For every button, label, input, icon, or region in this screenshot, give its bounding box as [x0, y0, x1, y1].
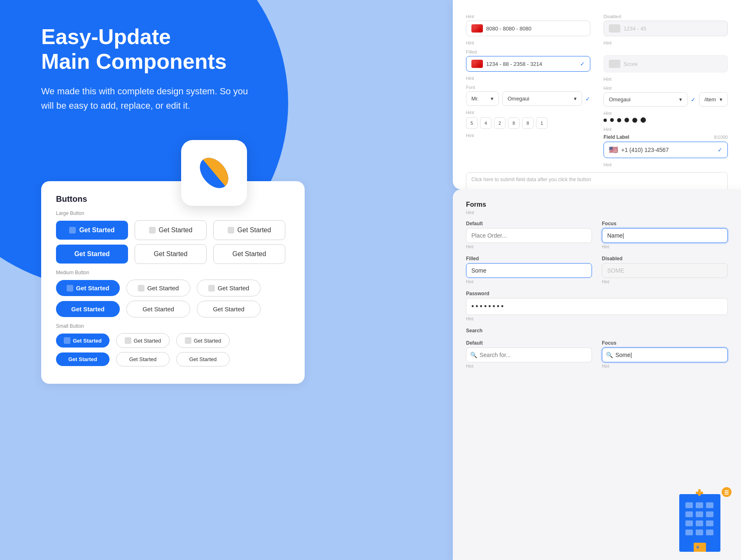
svg-rect-17 — [697, 546, 699, 548]
card-chip-hint — [471, 24, 483, 33]
chevron-down-icon: ▾ — [574, 96, 577, 102]
get-started-outline-medium-icon-2[interactable]: Get Started — [197, 280, 261, 296]
search-section-header: Search — [466, 328, 728, 334]
field-label: Field Label — [604, 134, 629, 140]
char-count: 8/1000 — [714, 135, 728, 140]
get-started-primary-small[interactable]: Get Started — [56, 352, 110, 366]
form-group-default: Default Hint — [466, 221, 592, 249]
unit-select[interactable]: /item ▾ — [699, 92, 728, 107]
get-started-primary-small-icon[interactable]: Get Started — [56, 334, 110, 348]
card-number-hint: 8080 - 8080 - 8080 — [486, 26, 585, 32]
small-button-label: Small Button — [56, 323, 290, 329]
disabled-hint: Hint — [602, 280, 728, 284]
large-button-row-1: Get Started Get Started Get Started — [56, 220, 290, 240]
svg-rect-9 — [706, 511, 713, 517]
capsule-icon-card — [181, 140, 247, 206]
font-right-hint: Hint — [604, 111, 728, 116]
button-icon — [228, 227, 234, 233]
button-icon — [185, 337, 191, 344]
default-input[interactable] — [466, 228, 592, 243]
get-started-outline-medium-2[interactable]: Get Started — [197, 301, 261, 317]
get-started-outline-medium-icon-1[interactable]: Get Started — [126, 280, 190, 296]
font-size-btn-2[interactable]: 2 — [494, 117, 506, 129]
button-icon — [64, 337, 70, 344]
card-number-filled: 1234 - 88 - 2358 - 3214 — [486, 61, 577, 67]
card-number-filled-field[interactable]: 1234 - 88 - 2358 - 3214 ✓ — [466, 56, 590, 72]
search-focus-label: Focus — [602, 340, 728, 346]
large-button-row-2: Get Started Get Started Get Started — [56, 244, 290, 264]
get-started-outline-small-1[interactable]: Get Started — [116, 352, 170, 366]
title-select[interactable]: Mr. ▾ — [466, 91, 499, 106]
font-dots-row — [604, 117, 728, 123]
default-label: Default — [466, 221, 592, 226]
form-group-search-focus: Focus 🔍 Hint — [602, 340, 728, 369]
form-group-password: Password Hint — [466, 291, 728, 321]
font-size-btn-5[interactable]: 5 — [466, 117, 478, 129]
button-icon — [67, 285, 73, 292]
dots-hint: Hint — [604, 127, 728, 132]
medium-button-label: Medium Button — [56, 270, 290, 275]
buttons-panel: Buttons Large Button Get Started Get Sta… — [41, 181, 305, 384]
phone-check-icon: ✓ — [718, 147, 722, 153]
get-started-outline-large-2[interactable]: Get Started — [213, 244, 285, 264]
svg-rect-21 — [725, 490, 729, 491]
font-dot-1 — [604, 119, 607, 122]
font-dot-5 — [632, 118, 637, 123]
filled-label: Filled — [466, 256, 592, 261]
phone-field[interactable]: 🇺🇸 +1 (410) 123-4567 ✓ — [604, 142, 728, 158]
font-family-select[interactable]: Omegaui ▾ — [502, 91, 582, 106]
font-dot-6 — [641, 117, 646, 123]
card-number-disabled: 1234 - 45 — [624, 26, 722, 32]
get-started-outline-small-2[interactable]: Get Started — [176, 352, 230, 366]
hero-description: We made this with complete design system… — [41, 84, 255, 113]
svg-rect-22 — [725, 492, 729, 493]
forms-panel-title: Forms — [466, 201, 728, 208]
font-size-btn-8b[interactable]: 8 — [522, 117, 534, 129]
svg-rect-19 — [696, 492, 703, 494]
large-button-label: Large Button — [56, 210, 290, 216]
card-filled-label: Filled — [466, 49, 590, 54]
filled-hint: Hint — [466, 76, 590, 81]
search-default-input[interactable] — [466, 348, 592, 362]
focus-input[interactable] — [602, 228, 728, 243]
card-number-hint-field[interactable]: 8080 - 8080 - 8080 — [466, 21, 590, 36]
get-started-outline-medium-1[interactable]: Get Started — [126, 301, 190, 317]
font-size-btn-4[interactable]: 4 — [480, 117, 492, 129]
get-started-outline-large-icon-2[interactable]: Get Started — [213, 220, 285, 240]
button-icon — [208, 285, 215, 292]
card-form-panel: Hint 8080 - 8080 - 8080 Hint Filled 1234… — [453, 0, 741, 189]
small-button-row-2: Get Started Get Started Get Started — [56, 352, 290, 366]
search-icon: 🔍 — [470, 352, 477, 358]
password-label: Password — [466, 291, 728, 296]
get-started-outline-large-1[interactable]: Get Started — [135, 244, 207, 264]
hero-section: Easy-UpdateMain Components We made this … — [41, 25, 255, 113]
font-size-btn-8a[interactable]: 8 — [508, 117, 520, 129]
password-hint: Hint — [466, 317, 728, 321]
focus-label: Focus — [602, 221, 728, 226]
search-icon-focus: 🔍 — [606, 352, 613, 358]
get-started-primary-medium[interactable]: Get Started — [56, 301, 120, 317]
password-input[interactable] — [466, 298, 728, 315]
small-button-row-1: Get Started Get Started Get Started — [56, 333, 290, 348]
card-chip-disabled — [609, 24, 620, 33]
get-started-outline-small-icon-2[interactable]: Get Started — [176, 333, 230, 348]
get-started-outline-large-icon-1[interactable]: Get Started — [135, 220, 207, 240]
font-family-select-2[interactable]: Omegaui ▾ — [604, 92, 687, 107]
search-focus-input[interactable] — [602, 348, 728, 362]
filled-input[interactable] — [466, 263, 592, 278]
font-size-hint: Hint — [466, 133, 590, 138]
card-number-disabled-field: 1234 - 45 — [604, 21, 728, 36]
font-size-btn-1[interactable]: 1 — [536, 117, 548, 129]
field-textarea[interactable]: Click here to submit field data after yo… — [466, 172, 728, 189]
svg-rect-5 — [696, 502, 703, 508]
get-started-primary-large-icon[interactable]: Get Started — [56, 221, 128, 240]
get-started-outline-small-icon-1[interactable]: Get Started — [116, 333, 170, 348]
focus-hint: Hint — [602, 245, 728, 249]
button-icon — [149, 227, 156, 233]
disabled-input — [602, 263, 728, 278]
card-left-col: Hint 8080 - 8080 - 8080 Hint Filled 1234… — [466, 10, 590, 169]
get-started-primary-large[interactable]: Get Started — [56, 245, 128, 264]
filled-hint: Hint — [466, 280, 592, 284]
search-default-hint: Hint — [466, 364, 592, 369]
get-started-primary-medium-icon[interactable]: Get Started — [56, 280, 120, 296]
